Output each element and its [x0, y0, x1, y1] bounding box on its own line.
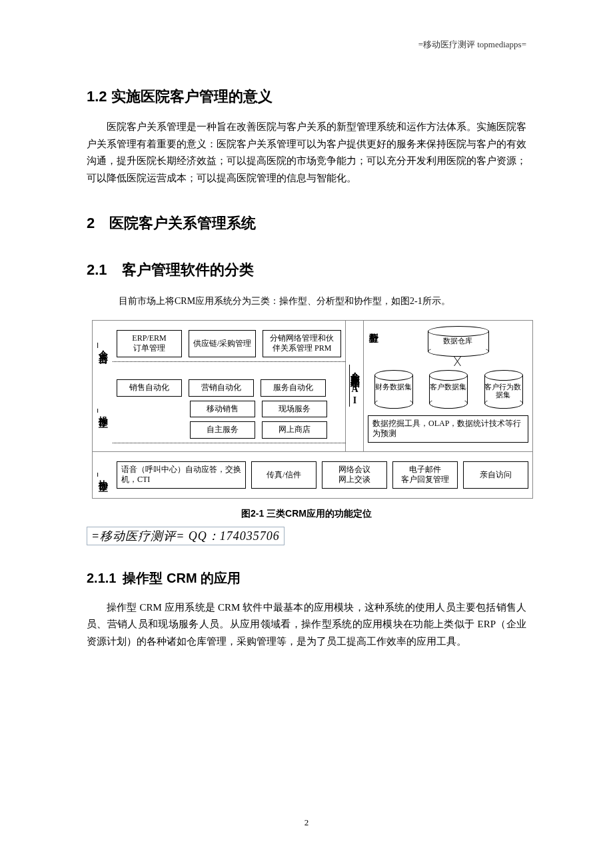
cylinder-finance-label: 财务数据集 — [374, 383, 412, 391]
box-visit: 亲自访问 — [463, 461, 528, 489]
page-header: =移动医疗测评 topmediapps= — [418, 39, 526, 51]
box-supply: 供应链/采购管理 — [189, 330, 256, 357]
box-sales-auto: 销售自动化 — [117, 379, 182, 397]
watermark-qq: =移动医疗测评= QQ：174035706 — [87, 527, 285, 545]
box-prm: 分销网络管理和伙伴关系管理 PRM — [263, 330, 341, 357]
paragraph-2-1-1: 操作型 CRM 应用系统是 CRM 软件中最基本的应用模块，这种系统的使用人员主… — [87, 599, 526, 651]
box-field-service: 现场服务 — [262, 401, 327, 418]
cylinder-customer: 客户数据集 — [429, 370, 466, 409]
heading-2-1-1: 2.1.1 操作型 CRM 的应用 — [87, 569, 526, 587]
side-label-backend: 企业后台 — [93, 321, 113, 370]
side-label-operational: 操作型 — [93, 370, 113, 451]
box-email: 电子邮件 客户回复管理 — [392, 461, 458, 489]
heading-2-1: 2.1 客户管理软件的分类 — [87, 260, 526, 280]
box-self-service: 自主服务 — [190, 421, 255, 439]
paragraph-2-1-intro: 目前市场上将CRM应用系统分为三类：操作型、分析型和协作型，如图2-1所示。 — [119, 293, 526, 309]
box-erp: ERP/ERM 订单管理 — [117, 330, 182, 357]
box-netmeeting: 网络会议 网上交谈 — [322, 461, 387, 489]
box-online-store: 网上商店 — [262, 421, 327, 439]
paragraph-1-2: 医院客户关系管理是一种旨在改善医院与客户关系的新型管理系统和运作方法体系。实施医… — [87, 119, 526, 187]
cylinder-warehouse: 数据仓库 — [428, 326, 488, 357]
cylinder-customer-label: 客户数据集 — [429, 383, 466, 391]
box-fax: 传真/信件 — [251, 461, 316, 489]
heading-1-2: 1.2 实施医院客户管理的意义 — [87, 87, 526, 107]
figure-caption: 图2-1 三类CRM应用的功能定位 — [87, 508, 526, 520]
cylinder-behavior-label: 客户行为数据集 — [484, 383, 522, 399]
cylinder-warehouse-label: 数据仓库 — [428, 337, 488, 345]
page-number: 2 — [0, 817, 613, 828]
heading-2: 2 医院客户关系管理系统 — [87, 213, 526, 233]
box-olap-tools: 数据挖掘工具，OLAP，数据统计技术等行为预测 — [368, 415, 528, 443]
box-mobile-sales: 移动销售 — [190, 401, 255, 418]
box-service-auto: 服务自动化 — [261, 379, 326, 397]
side-label-eai: 企业应用整和EAI — [345, 321, 363, 451]
cylinder-behavior: 客户行为数据集 — [484, 370, 522, 409]
figure-2-1-diagram: 企业后台 ERP/ERM 订单管理 供应链/采购管理 分销网络管理和伙伴关系管理… — [92, 320, 533, 499]
side-label-collaborative: 协作型 — [93, 452, 113, 498]
box-voice-cti: 语音（呼叫中心）自动应答，交换机，CTI — [117, 461, 246, 489]
box-marketing-auto: 营销自动化 — [189, 379, 254, 397]
cylinder-finance: 财务数据集 — [374, 370, 412, 409]
